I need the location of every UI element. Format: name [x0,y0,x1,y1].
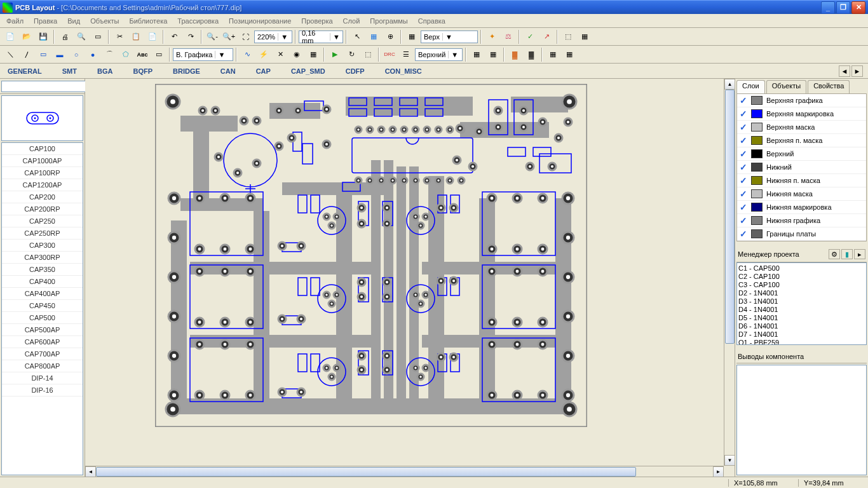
ellipse-icon[interactable]: ○ [69,47,84,62]
component-item[interactable]: CAP700AP [2,348,83,360]
component-item[interactable]: CAP400AP [2,288,83,300]
component-list[interactable]: CAP100CAP1000APCAP100RPCAP1200APCAP200CA… [1,142,83,475]
component-item[interactable]: CAP1200AP [2,179,83,191]
tab-bqfp[interactable]: BQFP [130,66,155,76]
layers-list[interactable]: ✓Верхняя графика✓Верхняя маркировка✓Верх… [736,93,867,241]
layer-row[interactable]: ✓Верхний [737,147,866,161]
via-icon[interactable]: ✕ [273,47,288,62]
component-pins-list[interactable] [736,365,867,475]
copy-icon[interactable]: 📋 [128,29,144,44]
menu-library[interactable]: Библиотека [125,16,173,26]
layer-color-swatch[interactable] [751,189,763,198]
component-item[interactable]: CAP1000AP [2,155,83,167]
layer-check-icon[interactable]: ✓ [737,135,750,146]
project-item[interactable]: D4 - 1N4001 [738,306,865,314]
minimize-button[interactable]: _ [821,1,835,14]
cut-icon[interactable]: ✂ [112,29,127,44]
tab-cdfp[interactable]: CDFP [343,66,367,76]
layer-check-icon[interactable]: ✓ [737,202,750,212]
layer-row[interactable]: ✓Верхняя графика [737,94,866,107]
pour-icon[interactable]: ▦ [306,47,321,62]
layer-color-swatch[interactable] [751,203,763,212]
new-icon[interactable]: 📄 [3,29,18,44]
tab-next-button[interactable]: ► [851,65,863,77]
layer-row[interactable]: ✓Нижняя маркировка [737,201,866,214]
project-item[interactable]: D5 - 1N4001 [738,314,865,322]
component-item[interactable]: DIP-14 [2,372,83,384]
tab-con-misc[interactable]: CON_MISC [383,66,424,76]
delete-icon[interactable]: ▭ [151,47,166,62]
pm-icon-1[interactable]: ⚙ [829,249,840,259]
save-icon[interactable]: 💾 [36,29,51,44]
component-item[interactable]: CAP800AP [2,360,83,372]
component-item[interactable]: CAP500AP [2,324,83,336]
layer-color-swatch[interactable] [751,163,763,172]
measure-icon[interactable]: ⚖ [501,29,516,44]
net-icon[interactable]: ⚡ [256,47,271,62]
titles-icon[interactable]: ▭ [90,29,105,44]
open-icon[interactable]: 📂 [19,29,34,44]
scroll-down-icon[interactable]: ▼ [724,455,735,466]
layer-check-icon[interactable]: ✓ [737,122,750,132]
menu-route[interactable]: Трассировка [172,16,224,26]
layer-row[interactable]: ✓Нижний [737,161,866,174]
print-icon[interactable]: 🖨 [57,29,72,44]
component-item[interactable]: CAP100 [2,143,83,155]
component-item[interactable]: CAP250 [2,215,83,227]
rect-fill-icon[interactable]: ▬ [52,47,67,62]
tab-can[interactable]: CAN [218,66,238,76]
side-combo[interactable]: В. Графика▼ [173,48,233,61]
project-item[interactable]: D6 - 1N4001 [738,322,865,330]
menu-check[interactable]: Проверка [296,16,337,26]
pm-icon-2[interactable]: ▮ [841,249,853,259]
tab-general[interactable]: GENERAL [5,66,44,76]
menu-edit[interactable]: Правка [29,16,62,26]
menu-view[interactable]: Вид [62,16,85,26]
project-list[interactable]: C1 - CAP500C2 - CAP100C3 - CAP100D2 - 1N… [736,262,867,345]
layer-color-swatch[interactable] [751,123,763,132]
menu-help[interactable]: Справка [413,16,451,26]
component-item[interactable]: CAP350 [2,264,83,276]
scroll-left-icon[interactable]: ◄ [85,466,96,477]
layer-check-icon[interactable]: ✓ [737,95,750,105]
sch-icon[interactable]: ▓ [507,47,522,62]
layer-color-swatch[interactable] [751,136,763,145]
scroll-thumb-h[interactable] [96,467,636,477]
project-item[interactable]: C1 - CAP500 [738,264,865,273]
component-item[interactable]: CAP300 [2,240,83,252]
tab-bga[interactable]: BGA [95,66,115,76]
pattern2-icon[interactable]: ▦ [562,47,577,62]
layer-check-icon[interactable]: ✓ [737,162,750,172]
arrow-icon[interactable]: ↖ [349,29,365,44]
origin-icon[interactable]: ✦ [484,29,499,44]
trace-icon[interactable]: ∿ [240,47,255,62]
layer-row[interactable]: ✓Верхняя маркировка [737,107,866,121]
side2-combo[interactable]: Верхний▼ [415,48,463,61]
undo-icon[interactable]: ↶ [166,29,182,44]
menu-objects[interactable]: Объекты [85,16,124,26]
zoom-combo[interactable]: 220%▼ [254,30,292,43]
layer-row[interactable]: ✓Верхняя п. маска [737,134,866,147]
step-icon[interactable]: ↻ [344,47,359,62]
sch2-icon[interactable]: ▓ [524,47,539,62]
component-item[interactable]: CAP500 [2,312,83,324]
layer-check-icon[interactable]: ✓ [737,149,750,159]
layer-color-swatch[interactable] [751,229,763,238]
route-icon[interactable]: ↗ [539,29,554,44]
component-item[interactable]: CAP200 [2,191,83,203]
pm-expand-icon[interactable]: ▸ [854,249,865,259]
units-icon[interactable]: ⊕ [383,29,398,44]
component-item[interactable]: CAP250RP [2,227,83,240]
maximize-button[interactable]: ❐ [836,1,850,14]
menu-position[interactable]: Позиционирование [224,16,296,26]
layer-color-swatch[interactable] [751,176,763,185]
tab-objects[interactable]: Объекты [766,80,806,94]
project-item[interactable]: Q1 - PBF259 [738,339,865,345]
tab-props[interactable]: Свойства [808,80,850,94]
preview-icon[interactable]: 🔍 [74,29,89,44]
drc-icon[interactable]: ✓ [522,29,538,44]
ellipse-fill-icon[interactable]: ● [85,47,100,62]
scroll-up-icon[interactable]: ▲ [724,79,735,90]
canvas-scrollbar-v[interactable]: ▲ ▼ [724,79,735,466]
zoom-in-icon[interactable]: 🔍+ [221,29,236,44]
